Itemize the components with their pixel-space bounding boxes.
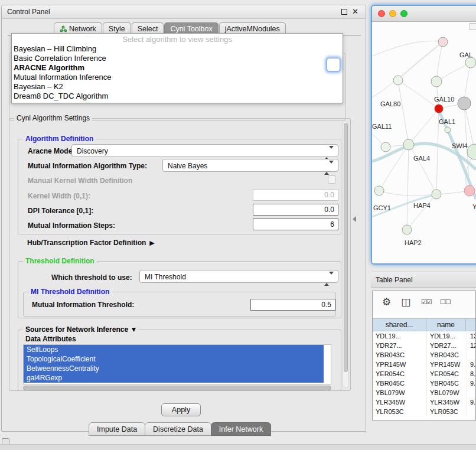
mi-steps-label: Mutual Information Steps: xyxy=(28,221,115,230)
table-row[interactable]: YLR345WYLR345W9. xyxy=(373,397,476,407)
tab-infer-network[interactable]: Infer Network xyxy=(211,422,271,436)
select-all-checkboxes-icon[interactable]: ☑☑ xyxy=(421,298,432,306)
node-label: HAP2 xyxy=(405,239,422,246)
which-threshold-select[interactable]: MI Threshold xyxy=(139,270,338,283)
data-attributes-list[interactable]: SelfLoops TopologicalCoefficient Between… xyxy=(23,344,331,384)
network-node[interactable] xyxy=(374,186,384,195)
hub-definition-expander[interactable]: Hub/Transcription Factor Definition ▶ xyxy=(27,239,155,247)
network-view-window: GAL GAL80 GAL10 GAL11 GAL1 SWI4 GAL4 GCY… xyxy=(371,5,476,265)
network-node[interactable] xyxy=(438,37,448,47)
list-horizontal-scrollbar[interactable] xyxy=(23,386,331,390)
network-node[interactable] xyxy=(458,97,471,110)
table-row[interactable]: YLR053CYLR053C xyxy=(373,407,476,416)
dropdown-item[interactable]: Bayesian – K2 xyxy=(12,82,343,92)
tab-impute-data[interactable]: Impute Data xyxy=(89,422,145,436)
attribute-item-selected[interactable]: gal4RGexp xyxy=(24,373,324,383)
network-node[interactable] xyxy=(435,105,443,113)
column-header-name[interactable]: name xyxy=(426,318,466,331)
dpi-tolerance-label: DPI Tolerance [0,1]: xyxy=(28,207,93,215)
columns-icon[interactable]: ◫ xyxy=(401,296,410,308)
sources-group-header[interactable]: Sources for Network Inference ▼ xyxy=(23,325,138,334)
minimize-traffic-light[interactable] xyxy=(389,10,396,17)
network-canvas[interactable]: GAL GAL80 GAL10 GAL11 GAL1 SWI4 GAL4 GCY… xyxy=(372,22,476,265)
attribute-item-selected[interactable]: BetweennessCentrality xyxy=(24,364,324,373)
bottom-status-strip xyxy=(0,444,476,450)
attribute-item-selected[interactable]: SelfLoops xyxy=(24,345,324,354)
tab-discretize-data[interactable]: Discretize Data xyxy=(145,422,211,436)
aracne-mode-select[interactable]: Discovery xyxy=(71,144,338,157)
node-label: SWI4 xyxy=(452,142,468,149)
collapse-down-icon: ▼ xyxy=(132,327,136,332)
dropdown-prompt: Select algorithm to view settings xyxy=(12,34,343,44)
table-panel-title: Table Panel xyxy=(376,276,413,284)
close-traffic-light[interactable] xyxy=(378,10,385,17)
sources-group: Sources for Network Inference ▼ Data Att… xyxy=(18,330,341,391)
panel-divider-grip[interactable] xyxy=(353,216,356,222)
network-tab-icon xyxy=(60,25,67,32)
network-node[interactable] xyxy=(431,76,442,87)
node-label: GAL xyxy=(459,51,472,58)
dropdown-item[interactable]: Mutual Information Inference xyxy=(12,73,343,82)
close-icon[interactable]: ✕ xyxy=(352,7,358,16)
zoom-traffic-light[interactable] xyxy=(400,10,407,17)
network-node[interactable] xyxy=(393,76,403,85)
column-header-shared-name[interactable]: shared... xyxy=(372,318,426,331)
canvas-scrollbar-button[interactable] xyxy=(470,23,476,30)
settings-scrollbar-thumb[interactable] xyxy=(344,123,348,372)
network-window-titlebar[interactable] xyxy=(372,6,476,22)
mi-algorithm-type-select[interactable]: Naive Bayes xyxy=(162,159,338,172)
float-window-icon[interactable] xyxy=(341,9,347,15)
apply-button[interactable]: Apply xyxy=(161,403,201,416)
bottom-tab-bar: Impute Data Discretize Data Infer Networ… xyxy=(89,422,271,436)
table-panel-window: ⚙ ◫ ☑☑ ☐☐ shared... name YDL19...YDL19..… xyxy=(372,291,476,420)
which-threshold-label: Which threshold to use: xyxy=(51,273,132,282)
aracne-mode-label: Aracne Mode: xyxy=(28,147,74,155)
gear-icon[interactable]: ⚙ xyxy=(382,296,391,308)
column-header-cut[interactable] xyxy=(465,318,476,331)
dropdown-item[interactable]: Dream8 DC_TDC Algorithm xyxy=(12,92,343,101)
table-row[interactable]: YBL079WYBL079W xyxy=(373,388,476,397)
table-row[interactable]: YPR145WYPR145W9. xyxy=(373,360,476,369)
manual-kernel-width-checkbox[interactable] xyxy=(328,175,336,184)
network-node[interactable] xyxy=(445,127,451,133)
table-row[interactable]: YBR043CYBR043C xyxy=(373,350,476,360)
mi-steps-field[interactable]: 6 xyxy=(253,219,338,230)
network-node[interactable] xyxy=(381,142,390,152)
table-row[interactable]: YER054CYER054C8. xyxy=(373,369,476,379)
table-toolbar: ⚙ ◫ ☑☑ ☐☐ xyxy=(373,291,475,315)
node-label: GAL1 xyxy=(439,118,455,125)
dpi-tolerance-field[interactable]: 0.0 xyxy=(253,204,338,216)
table-row[interactable]: YDL19...YDL19...13 xyxy=(373,331,476,341)
node-label: GAL10 xyxy=(434,96,454,103)
node-label: GAL4 xyxy=(413,155,430,162)
kernel-width-field[interactable]: 0.0 xyxy=(253,189,338,201)
table-row[interactable]: YBR045CYBR045C9. xyxy=(373,379,476,388)
network-node[interactable] xyxy=(403,139,414,150)
dropdown-item[interactable]: Basic Correlation Inference xyxy=(12,54,343,63)
network-canvas-svg: GAL GAL80 GAL10 GAL11 GAL1 SWI4 GAL4 GCY… xyxy=(372,22,476,265)
attribute-item-selected[interactable]: TopologicalCoefficient xyxy=(24,354,324,364)
help-button[interactable] xyxy=(327,58,340,71)
manual-kernel-width-label: Manual Kernel Width Definition xyxy=(28,177,132,185)
combo-arrows-icon xyxy=(324,273,334,285)
mi-threshold-group-title: MI Threshold Definition xyxy=(28,288,112,296)
node-label: GAL11 xyxy=(372,123,392,130)
node-label: HAP4 xyxy=(413,202,431,209)
mi-threshold-field[interactable]: 0.5 xyxy=(250,299,335,311)
network-node[interactable] xyxy=(402,225,412,234)
network-node[interactable] xyxy=(432,190,441,199)
clear-checkboxes-icon[interactable]: ☐☐ xyxy=(440,298,451,306)
dropdown-item-selected[interactable]: ARACNE Algorithm xyxy=(12,63,343,73)
network-node[interactable] xyxy=(467,144,476,159)
kernel-width-label: Kernel Width (0,1): xyxy=(28,192,90,200)
hub-definition-label: Hub/Transcription Factor Definition xyxy=(27,239,146,247)
algorithm-definition-title: Algorithm Definition xyxy=(23,135,96,143)
algorithm-dropdown-popup: Select algorithm to view settings Bayesi… xyxy=(11,33,343,103)
network-node[interactable] xyxy=(465,57,476,68)
settings-scrollbar[interactable] xyxy=(343,121,349,388)
node-label: GAL80 xyxy=(380,100,400,107)
control-panel-title: Control Panel xyxy=(7,8,50,16)
dropdown-item[interactable]: Bayesian – Hill Climbing xyxy=(12,44,343,54)
network-node[interactable] xyxy=(464,185,475,196)
table-row[interactable]: YDR27...YDR27...12 xyxy=(373,341,476,350)
